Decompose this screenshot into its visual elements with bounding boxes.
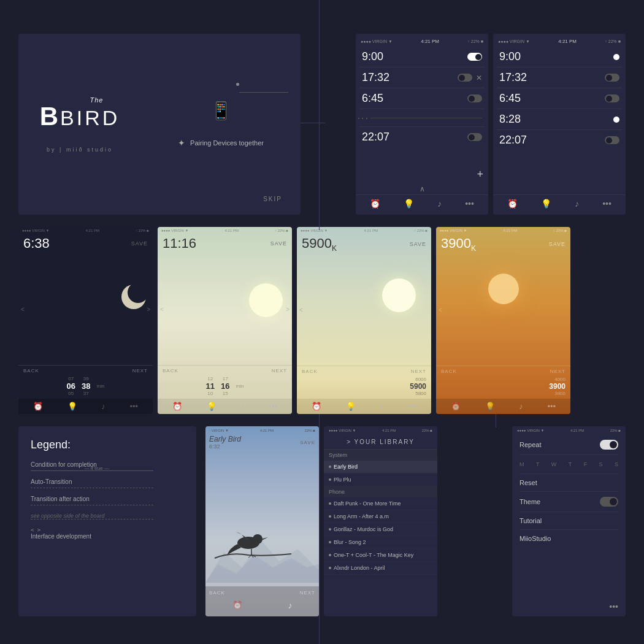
morning-bottom-icons: ⏰ 💡 ♪ ••• [158, 399, 292, 414]
alarm-bottom-icons-right: ⏰ 💡 ♪ ••• [493, 194, 626, 210]
day-music-icon[interactable]: ♪ [380, 402, 384, 411]
library-item-gorillaz[interactable]: Gorillaz - Murdoc is God [324, 523, 437, 536]
legend-opposite-text: see opposite side of the board [31, 513, 184, 519]
sunset-more-icon[interactable]: ••• [547, 402, 556, 411]
night-next[interactable]: NEXT [132, 368, 148, 374]
night-alarm-icon[interactable]: ⏰ [33, 402, 43, 411]
svg-point-3 [253, 534, 263, 544]
alarm-item-4: 22:07 [359, 127, 485, 147]
alarm-add-button[interactable]: + [477, 168, 483, 181]
library-item-onetcool[interactable]: One-T + Cool-T - The Magic Key [324, 549, 437, 562]
settings-statusbar: ●●●● VIRGIN ▼ 4:21 PM 22% ■ [512, 426, 626, 435]
library-item-alxndr[interactable]: Alxndr London - April [324, 562, 437, 575]
morning-light-icon[interactable]: 💡 [207, 402, 217, 411]
day-alarm-icon[interactable]: ⏰ [312, 402, 321, 411]
day-more-icon[interactable]: ••• [408, 402, 416, 411]
alarm-toggle-900[interactable] [467, 53, 482, 61]
early-bird-back[interactable]: BACK [209, 590, 225, 596]
early-bird-save[interactable]: SAVE [300, 440, 315, 445]
more-icon[interactable]: ••• [465, 199, 474, 209]
mood-day-kelvin: 5900K [302, 236, 337, 253]
pairing-line [239, 92, 288, 93]
alarm-r-time-1732: 17:32 [499, 71, 527, 84]
alarm-r-toggle-1732[interactable] [605, 74, 619, 82]
h-connector [301, 123, 325, 123]
day-bottom-icons: ⏰ 💡 ♪ ••• [297, 399, 431, 414]
morning-nav-left[interactable]: < [160, 305, 164, 312]
mood-night-header: 6:38 SAVE [18, 234, 153, 253]
settings-day-t2: T [569, 461, 572, 467]
night-nav-right[interactable]: > [147, 305, 150, 312]
more-icon-r[interactable]: ••• [602, 199, 611, 209]
mood-morning-content: < > [158, 253, 292, 365]
mood-sunset-save[interactable]: SAVE [549, 241, 565, 247]
morning-music-icon[interactable]: ♪ [240, 402, 245, 411]
night-light-icon[interactable]: 💡 [67, 402, 77, 411]
library-item-daftpunk[interactable]: Daft Punk - One More Time [324, 497, 437, 510]
library-item-earlybird[interactable]: Early Bird [324, 461, 437, 473]
sunset-music-icon[interactable]: ♪ [519, 402, 523, 411]
morning-more-icon[interactable]: ••• [269, 402, 277, 411]
legend-item-auto: Auto-Transition [31, 478, 184, 488]
sunset-back[interactable]: BACK [441, 369, 457, 374]
legend-auto-label: Auto-Transition [31, 478, 184, 485]
morning-alarm-icon[interactable]: ⏰ [172, 402, 182, 411]
night-nav-left[interactable]: < [21, 305, 25, 312]
mood-day-footer: BACK NEXT 6000 5900 5800 [297, 366, 431, 399]
mood-sunset-content: < [436, 254, 570, 366]
sunset-next[interactable]: NEXT [550, 369, 565, 374]
settings-repeat-toggle[interactable] [600, 440, 618, 450]
day-sun [382, 278, 416, 312]
sunset-light-icon[interactable]: 💡 [485, 402, 495, 411]
alarm-toggle-1732[interactable] [458, 74, 472, 82]
early-bird-alarm-icon[interactable]: ⏰ [232, 600, 242, 610]
library-item-longarm[interactable]: Long Arm - After 4 a.m [324, 510, 437, 523]
light-icon[interactable]: 💡 [404, 199, 414, 209]
settings-more-button[interactable]: ••• [609, 602, 618, 611]
alarm-icon-r[interactable]: ⏰ [507, 199, 518, 209]
night-bottom-icons: ⏰ 💡 ♪ ••• [18, 399, 153, 414]
day-nav-left[interactable]: < [299, 307, 303, 313]
bluetooth-icon: ✦ [178, 138, 185, 148]
morning-time-picker: 12 11 10 17 16 15 min [163, 376, 287, 396]
music-icon-r[interactable]: ♪ [575, 199, 579, 209]
skip-button[interactable]: SKIP [263, 196, 282, 202]
alarm-r-toggle-645[interactable] [605, 94, 619, 102]
early-bird-title: Early Bird [209, 435, 241, 443]
mood-morning-save[interactable]: SAVE [270, 240, 287, 247]
settings-day-m: M [519, 461, 524, 467]
morning-next[interactable]: NEXT [272, 368, 287, 374]
mood-day-save[interactable]: SAVE [410, 241, 426, 247]
alarm-icon[interactable]: ⏰ [370, 199, 380, 209]
day-back[interactable]: BACK [302, 369, 318, 374]
sunset-alarm-icon[interactable]: ⏰ [451, 402, 461, 411]
day-next[interactable]: NEXT [411, 369, 426, 374]
day-light-icon[interactable]: 💡 [346, 402, 356, 411]
library-item-blur[interactable]: Blur - Song 2 [324, 536, 437, 549]
early-bird-music-icon[interactable]: ♪ [288, 600, 293, 610]
settings-theme-toggle[interactable] [600, 497, 618, 507]
morning-nav-right[interactable]: > [286, 305, 289, 312]
alarm-chevron[interactable]: ∧ [356, 183, 488, 194]
alarm-toggle-645[interactable] [467, 94, 482, 102]
alarm-r-toggle-2207[interactable] [605, 136, 619, 144]
morning-back[interactable]: BACK [163, 368, 178, 374]
mood-night-save[interactable]: SAVE [131, 240, 148, 247]
alarm-dot-line [370, 118, 482, 118]
legend-opposite-line [31, 519, 153, 519]
night-music-icon[interactable]: ♪ [101, 402, 105, 411]
alarm-toggle-2207[interactable] [467, 133, 482, 141]
early-bird-next[interactable]: NEXT [300, 590, 315, 596]
settings-theme-label: Theme [519, 498, 540, 505]
library-item-pluplu[interactable]: Plu Plu [324, 473, 437, 486]
sunset-nav-left[interactable]: < [439, 307, 442, 313]
phone-icon: 📱 [210, 101, 232, 121]
alarm-r-time-900: 9:00 [499, 50, 521, 63]
mood-sunset-statusbar: ●●●● VIRGIN ▼ 4:21 PM ↑ 22% ■ [436, 227, 570, 234]
night-more-icon[interactable]: ••• [129, 402, 138, 411]
music-icon[interactable]: ♪ [437, 199, 442, 209]
night-back[interactable]: BACK [23, 368, 39, 374]
settings-tutorial-label: Tutorial [519, 517, 542, 524]
light-icon-r[interactable]: 💡 [541, 199, 551, 209]
alarm-x-1732[interactable]: ✕ [476, 74, 482, 82]
